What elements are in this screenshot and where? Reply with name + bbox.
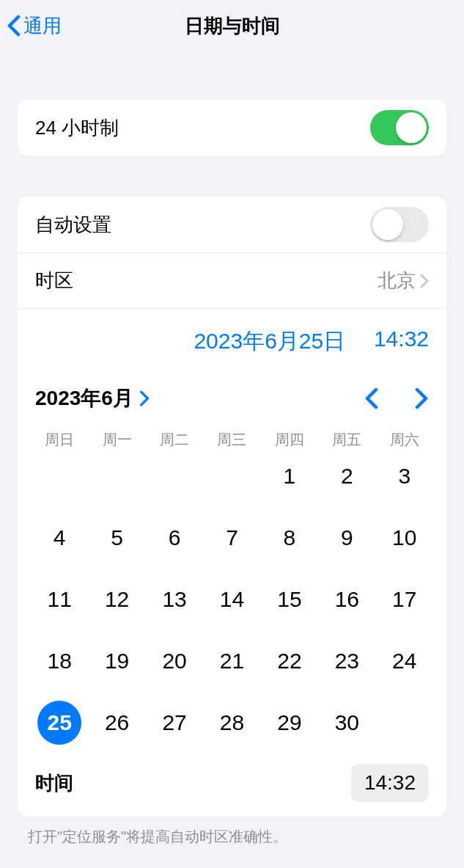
calendar-day[interactable]: 3 <box>376 454 433 498</box>
calendar-day[interactable]: 1 <box>261 454 318 498</box>
calendar-day[interactable]: 6 <box>146 516 203 560</box>
weekday-label: 周二 <box>146 430 203 450</box>
back-label: 通用 <box>23 13 62 39</box>
calendar-day[interactable]: 7 <box>203 516 260 560</box>
chevron-right-icon <box>420 274 429 288</box>
calendar-day[interactable]: 29 <box>261 701 318 745</box>
clock-24h-row: 24 小时制 <box>18 100 446 156</box>
calendar-day-empty <box>203 454 260 498</box>
weekday-label: 周四 <box>261 430 318 450</box>
date-time-header: 2023年6月25日 14:32 <box>18 308 446 364</box>
calendar-day[interactable]: 15 <box>261 577 318 621</box>
calendar-day[interactable]: 18 <box>31 639 88 683</box>
calendar-day[interactable]: 17 <box>376 577 433 621</box>
auto-set-row: 自动设置 <box>18 197 446 252</box>
calendar-day[interactable]: 21 <box>203 639 260 683</box>
back-button[interactable]: 通用 <box>0 13 62 39</box>
calendar-day[interactable]: 30 <box>318 701 375 745</box>
calendar-day-empty <box>146 454 203 498</box>
auto-set-toggle[interactable] <box>370 207 429 242</box>
time-row: 时间 14:32 <box>18 752 446 817</box>
calendar-day[interactable]: 8 <box>261 516 318 560</box>
calendar-day[interactable]: 19 <box>88 639 145 683</box>
calendar-day[interactable]: 11 <box>31 577 88 621</box>
calendar-day[interactable]: 25 <box>31 701 88 745</box>
clock-24h-label: 24 小时制 <box>35 115 119 141</box>
weekday-label: 周三 <box>203 430 260 450</box>
timezone-value: 北京 <box>378 268 416 293</box>
current-date[interactable]: 2023年6月25日 <box>166 327 374 357</box>
calendar-day[interactable]: 14 <box>203 577 260 621</box>
weekday-label: 周五 <box>318 430 375 450</box>
calendar-day-empty <box>88 454 145 498</box>
calendar-grid: 1234567891011121314151617181920212223242… <box>18 454 446 752</box>
footer-note: 打开"定位服务"将提高自动时区准确性。 <box>0 817 464 847</box>
current-time[interactable]: 14:32 <box>374 327 429 357</box>
calendar-day[interactable]: 12 <box>88 577 145 621</box>
calendar-day[interactable]: 23 <box>318 639 375 683</box>
time-label: 时间 <box>35 770 73 796</box>
calendar-day[interactable]: 24 <box>376 639 433 683</box>
calendar-day[interactable]: 13 <box>146 577 203 621</box>
calendar-day[interactable]: 16 <box>318 577 375 621</box>
auto-set-label: 自动设置 <box>35 212 111 238</box>
weekday-label: 周日 <box>31 430 88 450</box>
prev-month-button[interactable] <box>364 387 379 409</box>
calendar-day-empty <box>31 454 88 498</box>
month-picker[interactable]: 2023年6月 <box>35 384 150 412</box>
month-label-text: 2023年6月 <box>35 384 133 412</box>
timezone-label: 时区 <box>35 268 73 293</box>
timezone-row[interactable]: 时区 北京 <box>18 252 446 308</box>
calendar-day[interactable]: 4 <box>31 516 88 560</box>
weekday-label: 周六 <box>376 430 433 450</box>
calendar-day[interactable]: 2 <box>318 454 375 498</box>
calendar-day[interactable]: 26 <box>88 701 145 745</box>
calendar-day[interactable]: 27 <box>146 701 203 745</box>
calendar-day[interactable]: 10 <box>376 516 433 560</box>
calendar-day[interactable]: 20 <box>146 639 203 683</box>
chevron-right-icon <box>139 390 150 406</box>
chevron-left-icon <box>7 15 21 37</box>
calendar-day[interactable]: 9 <box>318 516 375 560</box>
time-picker[interactable]: 14:32 <box>351 764 429 802</box>
next-month-button[interactable] <box>414 387 429 409</box>
calendar-day[interactable]: 28 <box>203 701 260 745</box>
weekday-label: 周一 <box>88 430 145 450</box>
calendar-day[interactable]: 22 <box>261 639 318 683</box>
clock-24h-toggle[interactable] <box>370 110 429 145</box>
weekday-header: 周日周一周二周三周四周五周六 <box>18 412 446 454</box>
page-title: 日期与时间 <box>0 13 464 39</box>
calendar-day[interactable]: 5 <box>88 516 145 560</box>
